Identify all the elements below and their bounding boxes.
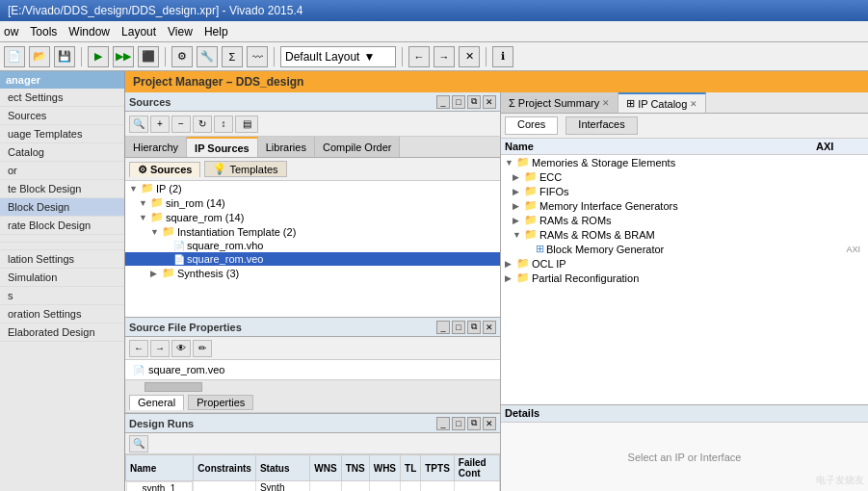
toolbar-stop[interactable]: ⬛: [138, 46, 159, 67]
ip-block-memory[interactable]: ⊞ Block Memory Generator AXI: [501, 242, 868, 256]
dr-minimize[interactable]: _: [436, 417, 450, 430]
sep4: [402, 47, 403, 66]
sfp-back[interactable]: ←: [129, 340, 148, 357]
tab-compile-order[interactable]: Compile Order: [315, 137, 401, 157]
toolbar-x[interactable]: ✕: [459, 46, 480, 67]
sfp-forward[interactable]: →: [150, 340, 170, 357]
ip-tree: Name AXI ▼ 📁 Memories & Storage Elements…: [501, 139, 868, 404]
sidebar-item-block-design[interactable]: Block Design: [0, 198, 124, 217]
menu-ow[interactable]: ow: [4, 25, 18, 39]
toolbar-new[interactable]: 📄: [4, 46, 25, 67]
layout-dropdown[interactable]: Default Layout ▼: [280, 46, 396, 67]
toolbar-open[interactable]: 📂: [29, 46, 50, 67]
src-remove[interactable]: −: [171, 116, 191, 133]
sub-tab-templates[interactable]: 💡 Templates: [204, 161, 286, 177]
sources-minimize[interactable]: _: [436, 95, 450, 109]
ip-partial-reconfig[interactable]: ▶ 📁 Partial Reconfiguration: [501, 271, 868, 285]
toolbar-wrench[interactable]: 🔧: [197, 46, 218, 67]
ip-catalog-close[interactable]: ✕: [690, 99, 697, 109]
sigma-icon: Σ: [509, 97, 515, 109]
tree-ip[interactable]: ▼ 📁 IP (2): [125, 181, 500, 195]
dr-maximize[interactable]: □: [452, 417, 465, 430]
dr-search[interactable]: 🔍: [129, 435, 148, 452]
sidebar-item-sim-settings[interactable]: lation Settings: [0, 250, 124, 269]
sfp-view[interactable]: 👁: [171, 340, 191, 357]
tree-square-veo[interactable]: 📄 square_rom.veo: [125, 252, 500, 266]
dr-float[interactable]: ⧉: [467, 417, 481, 430]
tab-hierarchy[interactable]: Hierarchy: [125, 137, 187, 157]
src-add[interactable]: +: [150, 116, 170, 133]
tree-inst-template[interactable]: ▼ 📁 Instantiation Template (2): [125, 224, 500, 239]
sfp-maximize[interactable]: □: [452, 321, 465, 334]
menu-window[interactable]: Window: [68, 25, 110, 39]
table-row[interactable]: ▼ synth_1 (active) Synth Design 1...: [126, 481, 500, 492]
sub-tab-sources[interactable]: ⚙ Sources: [129, 162, 200, 177]
dr-table-container: Name Constraints Status WNS TNS WHS TL T…: [125, 454, 500, 491]
sfp-scroll-thumb[interactable]: [145, 382, 202, 392]
ip-mig[interactable]: ▶ 📁 Memory Interface Generators: [501, 198, 868, 213]
sfp-scrollbar[interactable]: [125, 379, 500, 393]
toolbar-arrow2[interactable]: →: [434, 46, 455, 67]
sfp-tab-general[interactable]: General: [129, 395, 184, 410]
sidebar-item-settings[interactable]: ect Settings: [0, 89, 124, 107]
src-search[interactable]: 🔍: [129, 116, 148, 133]
tree-synthesis[interactable]: ▶ 📁 Synthesis (3): [125, 266, 500, 280]
toolbar-gear[interactable]: ⚙: [171, 46, 193, 67]
sidebar-item-simulation[interactable]: Simulation: [0, 269, 124, 287]
sfp-edit[interactable]: ✏: [193, 340, 212, 357]
ip-fifos[interactable]: ▶ 📁 FIFOs: [501, 184, 868, 198]
sources-tabs-bar: Hierarchy IP Sources Libraries Compile O…: [125, 137, 500, 158]
menu-view[interactable]: View: [168, 25, 193, 39]
ip-rams-roms[interactable]: ▶ 📁 RAMs & ROMs: [501, 213, 868, 227]
sidebar-item-or[interactable]: or: [0, 162, 124, 180]
sources-maximize[interactable]: □: [452, 95, 465, 109]
sfp-close[interactable]: ✕: [483, 321, 496, 334]
sidebar-item-sources[interactable]: Sources: [0, 107, 124, 125]
ip-subtab-interfaces[interactable]: Interfaces: [566, 116, 637, 135]
folder-icon: 📁: [162, 225, 175, 238]
toolbar-save[interactable]: 💾: [54, 46, 75, 67]
sidebar-item-elab-settings[interactable]: oration Settings: [0, 305, 124, 323]
dr-cell: [341, 481, 369, 492]
toolbar-sigma[interactable]: Σ: [222, 46, 243, 67]
sources-close[interactable]: ✕: [483, 95, 496, 109]
sidebar-item-catalog[interactable]: Catalog: [0, 143, 124, 162]
sidebar-item-rate-bd[interactable]: rate Block Design: [0, 217, 124, 235]
toolbar-run[interactable]: ▶: [88, 46, 109, 67]
tab-ip-sources[interactable]: IP Sources: [187, 137, 258, 157]
ip-ocl[interactable]: ▶ 📁 OCL IP: [501, 256, 868, 271]
ip-subtab-cores[interactable]: Cores: [505, 116, 558, 135]
project-summary-close[interactable]: ✕: [602, 98, 610, 108]
toolbar-run2[interactable]: ▶▶: [113, 46, 134, 67]
sidebar-item-templates[interactable]: uage Templates: [0, 125, 124, 143]
src-refresh[interactable]: ↻: [193, 116, 212, 133]
sidebar-item-create-bd[interactable]: te Block Design: [0, 180, 124, 198]
toolbar-wave[interactable]: 〰: [247, 46, 268, 67]
dr-close[interactable]: ✕: [483, 417, 496, 430]
dr-col-failed: Failed Cont: [454, 455, 499, 481]
tree-square-rom[interactable]: ▼ 📁 square_rom (14): [125, 210, 500, 224]
toolbar-arrow1[interactable]: ←: [408, 46, 430, 67]
sep3: [274, 47, 275, 66]
menu-help[interactable]: Help: [204, 25, 228, 39]
tree-square-vho[interactable]: 📄 square_rom.vho: [125, 239, 500, 252]
templates-icon: 💡: [213, 163, 226, 175]
tab-libraries[interactable]: Libraries: [258, 137, 315, 157]
dr-col-tpts: TPTS: [421, 455, 455, 481]
sfp-minimize[interactable]: _: [436, 321, 450, 334]
sources-float[interactable]: ⧉: [467, 95, 481, 109]
sidebar-item-elab-design[interactable]: Elaborated Design: [0, 323, 124, 342]
toolbar-info[interactable]: ℹ: [492, 46, 513, 67]
tree-sin-rom[interactable]: ▼ 📁 sin_rom (14): [125, 195, 500, 210]
tab-ip-catalog[interactable]: ⊞ IP Catalog ✕: [618, 92, 706, 113]
tab-project-summary[interactable]: Σ Project Summary ✕: [501, 92, 618, 113]
sfp-tab-properties[interactable]: Properties: [188, 395, 253, 410]
ip-rams-roms-bram[interactable]: ▼ 📁 RAMs & ROMs & BRAM: [501, 227, 868, 242]
sfp-float[interactable]: ⧉: [467, 321, 481, 334]
ip-ecc[interactable]: ▶ 📁 ECC: [501, 169, 868, 184]
menu-layout[interactable]: Layout: [121, 25, 156, 39]
src-move[interactable]: ↕: [214, 116, 233, 133]
ip-memories[interactable]: ▼ 📁 Memories & Storage Elements: [501, 155, 868, 169]
menu-tools[interactable]: Tools: [30, 25, 57, 39]
src-grid[interactable]: ▤: [235, 116, 258, 133]
